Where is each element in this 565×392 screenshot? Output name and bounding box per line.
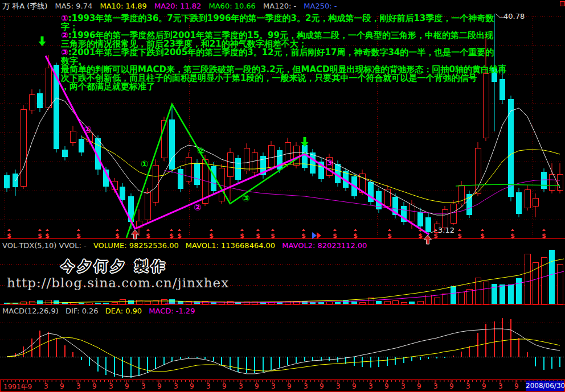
axis-tick-label: 3 [44,382,48,390]
wave-label-m: ① [84,125,92,134]
svg-text:$: $ [418,232,423,240]
axis-tick-label: 9 [482,382,486,390]
svg-text:$: $ [38,232,42,240]
axis-tick-label: 3 [466,382,470,390]
dividend-markers: $$$$$$$$$$$$$$$$$$$$$$ [7,229,546,240]
macd-histogram [15,318,560,378]
svg-text:$: $ [510,232,515,240]
svg-text:$: $ [542,232,546,240]
mavol1-value: MAVOL1: 113668464.00 [186,241,275,250]
svg-text:$: $ [256,232,260,240]
axis-tick-label: 9 [514,382,519,390]
axis-tick-label: 3 [433,382,438,390]
wave-label-m: ③ [326,159,334,168]
wave-label-g: ③ [242,194,250,203]
svg-text:$: $ [480,232,485,240]
title-bar: 万 科A (季线) MA5: 9.74 MA10: 14.89 MA20: 11… [2,1,342,11]
axis-tick-label: 3 [369,382,373,390]
svg-text:$: $ [271,232,275,240]
axis-tick-label: 3 [336,382,341,390]
axis-first-label: 1991年9 [3,382,32,392]
axis-tick-label: 9 [60,382,64,390]
annotation-line: ，两个都满足就更标准了 [61,82,506,91]
ma20-value: MA20: 11.82 [154,2,201,10]
watermark-author: 今夕何夕 製作 [61,257,167,275]
volume-value: VOLUME: 98252536.00 [93,241,179,250]
ma60-value: MA60: 10.66 [209,2,256,10]
axis-tick-label: 3 [141,382,146,390]
axis-tick-label: 9 [255,382,259,390]
axis-tick-label: 9 [352,382,357,390]
axis-tick-label: 9 [157,382,162,390]
wave-label-g: ② [197,147,205,156]
axis-tick-label: 3 [239,382,243,390]
axis-tick-label: 3 [401,382,406,390]
stock-title: 万 科A (季线) [2,2,47,10]
wave-label-m: ② [194,203,202,212]
axis-tick-label: 9 [384,382,389,390]
wave-label-g: ① [141,160,149,169]
dif-value: DIF: 0.26 [65,307,99,315]
axis-tick-label: 9 [287,382,292,390]
axis-tick-label: 9 [417,382,421,390]
axis-tick-label: 3 [206,382,211,390]
axis-tick-label: 9 [92,382,97,390]
volume-header: VOL-TDX(5,10) VVOL: - VOLUME: 98252536.0… [2,241,371,250]
watermark-url: http://blog.sina.com.cn/jinxhex [7,275,229,290]
ma120-value: MA120: - [263,2,296,10]
axis-tick-label: 3 [174,382,178,390]
axis-tick-label: 3 [271,382,276,390]
window-control-icon[interactable] [560,1,565,6]
svg-text:$: $ [45,232,50,240]
analysis-annotation: ①:1993年第一季度的36。7元下跌到1996年的第一季度的3。2元，构成第一… [61,14,506,91]
vol-indicator-label: VOL-TDX(5,10) VVOL: - [2,241,87,250]
axis-tick-label: 3 [304,382,308,390]
ma10-value: MA10: 14.89 [100,2,146,10]
current-date-box: 2008/06/30/一 [526,381,564,391]
axis-tick-label: 3 [76,382,81,390]
axis-tick-label: 3 [109,382,113,390]
svg-text:$: $ [457,232,462,240]
ma250-value: MA250: - [304,2,337,10]
svg-text:$: $ [7,232,11,240]
axis-tick-label: 9 [320,382,324,390]
annotation-line: ①:1993年第一季度的36。7元下跌到1996年的第一季度的3。2元，构成第一… [61,14,506,23]
svg-text:$: $ [146,232,150,240]
axis-tick-label: 9 [190,382,194,390]
macd-lines [7,329,560,377]
svg-text:$: $ [76,232,81,240]
svg-text:$: $ [433,232,438,240]
price-label-high: 40.78 [503,12,525,20]
svg-text:$: $ [353,232,358,240]
axis-tick-label: 9 [222,382,227,390]
svg-text:$: $ [209,232,214,240]
svg-text:$: $ [169,232,174,240]
svg-text:$: $ [240,232,244,240]
svg-text:$: $ [177,232,182,240]
axis-tick-label: 9 [125,382,129,390]
svg-text:$: $ [333,232,337,240]
axis-tick-label: 9 [449,382,454,390]
svg-text:$: $ [387,232,392,240]
mavol2-value: MAVOL2: 82023112.00 [282,241,367,250]
svg-text:$: $ [301,232,306,240]
annotation-line: ③:2001年第三季度下跌到2005年的第三季度的3。12元，前后刚好17周，神… [61,48,506,57]
price-label-low: 3.12 [438,226,455,234]
macd-value: MACD: -1.29 [149,307,195,315]
event-marker-icon [312,232,321,239]
stock-chart-window: $$$$$$$$$$$$$$$$$$$$$$ 万 科A (季线) MA5: 9.… [0,0,565,392]
ma5-value: MA5: 9.74 [55,2,92,10]
svg-text:$: $ [115,232,120,240]
axis-box [1,380,565,392]
axis-tick-label: 3 [498,382,503,390]
macd-indicator-label: MACD(12,26,9) [2,307,59,315]
dea-value: DEA: 0.90 [105,307,142,315]
macd-header: MACD(12,26,9) DIF: 0.26 DEA: 0.90 MACD: … [2,307,199,315]
